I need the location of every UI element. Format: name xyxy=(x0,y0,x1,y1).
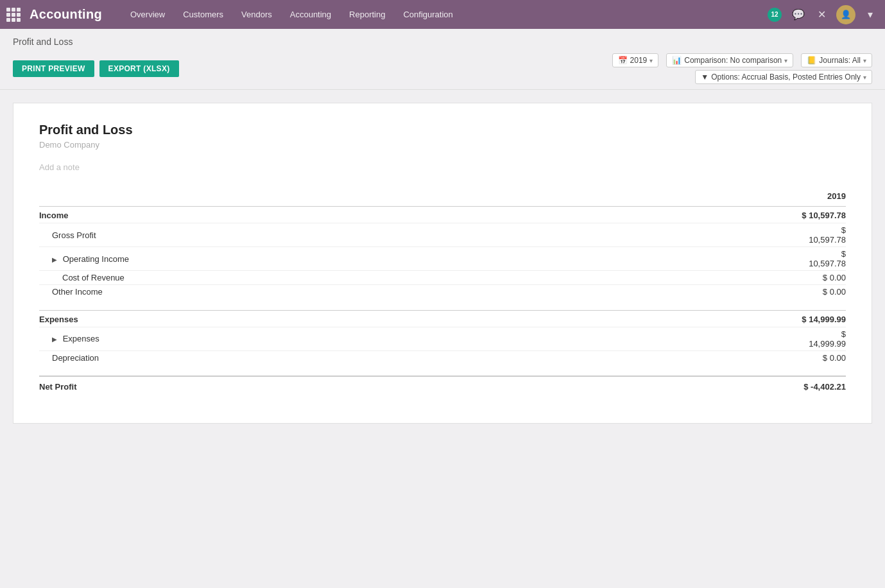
net-profit-label: Net Profit xyxy=(39,376,796,394)
filter-row-2: ▼ Options: Accrual Basis, Posted Entries… xyxy=(695,70,872,84)
journals-icon: 📒 xyxy=(807,56,816,65)
badge-count: 12 xyxy=(768,8,782,22)
nav-accounting[interactable]: Accounting xyxy=(281,0,340,29)
chat-icon[interactable]: 💬 xyxy=(790,6,807,23)
comparison-filter-chevron: ▾ xyxy=(784,57,787,64)
operating-income-amount: $ 10,597.78 xyxy=(796,247,846,271)
cost-of-revenue-row: Cost of Revenue $ 0.00 xyxy=(39,271,846,285)
comparison-filter[interactable]: 📊 Comparison: No comparison ▾ xyxy=(666,53,793,67)
nav-customers[interactable]: Customers xyxy=(174,0,232,29)
expenses-sub-label: ▶ Expenses xyxy=(39,327,796,350)
expand-operating-income-icon[interactable]: ▶ xyxy=(52,256,57,263)
page-title: Profit and Loss xyxy=(13,37,872,47)
cost-of-revenue-amount: $ 0.00 xyxy=(796,271,846,285)
report-card: Profit and Loss Demo Company Add a note … xyxy=(13,103,872,424)
gross-profit-row: Gross Profit $ 10,597.78 xyxy=(39,223,846,247)
year-filter-chevron: ▾ xyxy=(649,57,653,64)
options-filter-chevron: ▾ xyxy=(863,74,866,81)
top-right-controls: 12 💬 ✕ 👤 ▾ xyxy=(766,5,879,24)
chart-icon: 📊 xyxy=(672,56,682,65)
close-icon[interactable]: ✕ xyxy=(813,6,830,23)
journals-filter[interactable]: 📒 Journals: All ▾ xyxy=(801,53,872,67)
net-profit-amount: $ -4,402.21 xyxy=(796,376,846,394)
options-filter-label: Options: Accrual Basis, Posted Entries O… xyxy=(711,73,861,82)
nav-reporting[interactable]: Reporting xyxy=(340,0,394,29)
net-profit-row: Net Profit $ -4,402.21 xyxy=(39,376,846,394)
options-filter[interactable]: ▼ Options: Accrual Basis, Posted Entries… xyxy=(695,70,872,84)
report-title: Profit and Loss xyxy=(39,123,846,137)
income-label: Income xyxy=(39,207,796,223)
expand-expenses-icon[interactable]: ▶ xyxy=(52,336,57,343)
notification-badge[interactable]: 12 xyxy=(766,6,784,24)
depreciation-label: Depreciation xyxy=(39,350,796,365)
comparison-filter-label: Comparison: No comparison xyxy=(684,56,782,65)
income-amount: $ 10,597.78 xyxy=(796,207,846,223)
depreciation-row: Depreciation $ 0.00 xyxy=(39,350,846,365)
expenses-label: Expenses xyxy=(39,310,796,327)
year-column-header: 2019 xyxy=(796,191,846,207)
report-wrapper: Profit and Loss Demo Company Add a note … xyxy=(0,90,885,437)
report-company: Demo Company xyxy=(39,140,846,150)
depreciation-amount: $ 0.00 xyxy=(796,350,846,365)
nav-configuration[interactable]: Configuration xyxy=(394,0,461,29)
top-navigation: Accounting Overview Customers Vendors Ac… xyxy=(0,0,885,29)
expenses-sub-amount: $ 14,999.99 xyxy=(796,327,846,350)
add-note-field[interactable]: Add a note xyxy=(39,162,846,172)
other-income-row: Other Income $ 0.00 xyxy=(39,285,846,299)
income-section-header: Income $ 10,597.78 xyxy=(39,207,846,223)
report-table: 2019 Income $ 10,597.78 Gross Profit $ 1… xyxy=(39,191,846,394)
other-income-amount: $ 0.00 xyxy=(796,285,846,299)
filter-icon: ▼ xyxy=(701,73,709,82)
nav-overview[interactable]: Overview xyxy=(121,0,174,29)
gross-profit-amount: $ 10,597.78 xyxy=(796,223,846,247)
expenses-amount: $ 14,999.99 xyxy=(796,310,846,327)
year-filter-label: 2019 xyxy=(630,56,648,65)
operating-income-label: ▶ Operating Income xyxy=(39,247,796,271)
journals-filter-chevron: ▾ xyxy=(863,57,866,64)
expenses-sub-row: ▶ Expenses $ 14,999.99 xyxy=(39,327,846,350)
export-xlsx-button[interactable]: EXPORT (XLSX) xyxy=(99,60,179,77)
user-avatar[interactable]: 👤 xyxy=(836,5,855,24)
app-title: Accounting xyxy=(30,7,102,22)
app-grid-icon[interactable] xyxy=(6,8,21,22)
journals-filter-label: Journals: All xyxy=(819,56,861,65)
page-header: Profit and Loss PRINT PREVIEW EXPORT (XL… xyxy=(0,29,885,89)
nav-vendors[interactable]: Vendors xyxy=(232,0,281,29)
calendar-icon: 📅 xyxy=(618,56,628,65)
other-income-label: Other Income xyxy=(39,285,796,299)
main-menu: Overview Customers Vendors Accounting Re… xyxy=(121,0,766,29)
toolbar: PRINT PREVIEW EXPORT (XLSX) 📅 2019 ▾ 📊 C… xyxy=(13,53,872,84)
spacer-2 xyxy=(39,365,846,376)
print-preview-button[interactable]: PRINT PREVIEW xyxy=(13,60,94,77)
filter-row-1: 📅 2019 ▾ 📊 Comparison: No comparison ▾ 📒… xyxy=(612,53,872,67)
year-filter[interactable]: 📅 2019 ▾ xyxy=(612,53,659,67)
user-menu-chevron[interactable]: ▾ xyxy=(862,6,879,23)
spacer-1 xyxy=(39,298,846,310)
expenses-section-header: Expenses $ 14,999.99 xyxy=(39,310,846,327)
filter-controls: 📅 2019 ▾ 📊 Comparison: No comparison ▾ 📒… xyxy=(612,53,872,84)
operating-income-row: ▶ Operating Income $ 10,597.78 xyxy=(39,247,846,271)
cost-of-revenue-label: Cost of Revenue xyxy=(39,271,796,285)
gross-profit-label: Gross Profit xyxy=(39,223,796,247)
